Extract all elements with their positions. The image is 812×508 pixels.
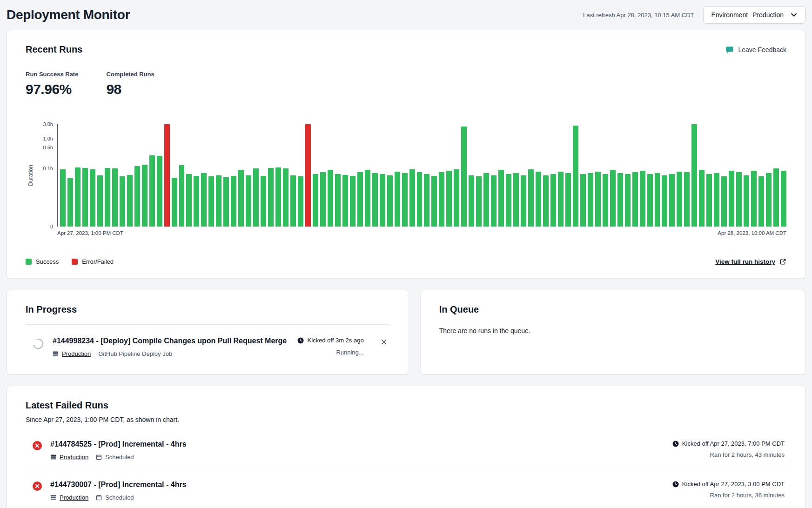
chart-bar-success[interactable] <box>342 175 348 227</box>
environment-link[interactable]: Production <box>50 494 88 501</box>
chart-bar-success[interactable] <box>454 169 459 227</box>
chart-bar-success[interactable] <box>558 172 564 227</box>
view-full-run-history-link[interactable]: View full run history <box>715 258 786 265</box>
chart-bar-success[interactable] <box>595 172 601 227</box>
chart-bar-success[interactable] <box>706 174 712 227</box>
chart-bar-success[interactable] <box>290 175 296 227</box>
chart-bar-success[interactable] <box>684 172 690 227</box>
chart-bar-success[interactable] <box>268 168 274 227</box>
chart-bar-success[interactable] <box>320 172 326 227</box>
chart-bar-success[interactable] <box>372 173 378 227</box>
chart-bar-success[interactable] <box>120 176 125 227</box>
chart-bar-success[interactable] <box>439 172 444 227</box>
chart-bar-success[interactable] <box>521 175 526 227</box>
chart-bar-success[interactable] <box>610 170 616 227</box>
chart-bar-success[interactable] <box>758 176 764 227</box>
chart-bar-success[interactable] <box>231 176 236 227</box>
chart-bar-success[interactable] <box>729 171 734 227</box>
chart-bar-success[interactable] <box>112 168 118 227</box>
chart-bar-success[interactable] <box>766 173 772 227</box>
chart-bar-success[interactable] <box>714 173 719 227</box>
environment-link[interactable]: Production <box>50 454 88 461</box>
chart-bar-success[interactable] <box>580 174 586 227</box>
chart-bar-success[interactable] <box>90 169 95 227</box>
chart-bar-success[interactable] <box>105 168 110 227</box>
chart-bar-success[interactable] <box>721 176 727 227</box>
chart-bar-success[interactable] <box>409 169 415 227</box>
chart-bar-success[interactable] <box>625 174 631 227</box>
chart-bar-success[interactable] <box>632 172 638 227</box>
chart-bar-success[interactable] <box>476 176 482 227</box>
chart-bar-success[interactable] <box>283 168 289 227</box>
chart-bar-failed[interactable] <box>305 124 311 227</box>
chart-bar-success[interactable] <box>365 170 370 227</box>
chart-bar-success[interactable] <box>469 175 474 227</box>
chart-bar-success[interactable] <box>736 172 742 227</box>
chart-bar-success[interactable] <box>208 176 214 227</box>
chart-bar-success[interactable] <box>157 156 162 227</box>
chart-bar-success[interactable] <box>617 173 623 227</box>
chart-bar-success[interactable] <box>194 176 199 227</box>
chart-bar-success[interactable] <box>357 172 363 227</box>
chart-bar-failed[interactable] <box>164 124 170 227</box>
chart-bar-success[interactable] <box>513 173 519 227</box>
chart-bar-success[interactable] <box>536 172 541 227</box>
chart-bar-success[interactable] <box>491 175 497 227</box>
chart-bar-success[interactable] <box>313 174 318 227</box>
chart-bar-success[interactable] <box>773 168 779 227</box>
chart-bar-success[interactable] <box>75 167 81 227</box>
environment-dropdown[interactable]: Environment Production <box>703 6 805 24</box>
chart-bar-success[interactable] <box>640 171 645 227</box>
chart-bar-success[interactable] <box>662 175 667 227</box>
chart-bar-success[interactable] <box>246 175 251 227</box>
close-icon[interactable] <box>380 338 388 348</box>
chart-bar-success[interactable] <box>647 174 653 227</box>
chart-bar-success[interactable] <box>461 127 467 227</box>
chart-bar-success[interactable] <box>699 170 705 227</box>
chart-bar-success[interactable] <box>134 166 140 227</box>
chart-bar-success[interactable] <box>97 175 103 227</box>
chart-bar-success[interactable] <box>588 173 593 227</box>
chart-bar-success[interactable] <box>172 178 177 227</box>
chart-bar-success[interactable] <box>431 176 437 227</box>
chart-bar-success[interactable] <box>82 168 88 227</box>
chart-bar-success[interactable] <box>298 176 303 227</box>
chart-bar-success[interactable] <box>142 165 148 227</box>
chart-bar-success[interactable] <box>179 165 185 227</box>
chart-bar-success[interactable] <box>328 170 333 227</box>
chart-bar-success[interactable] <box>350 176 356 227</box>
chart-bar-success[interactable] <box>781 171 786 227</box>
chart-bar-success[interactable] <box>275 167 281 227</box>
chart-bar-success[interactable] <box>186 174 192 227</box>
environment-link[interactable]: Production <box>53 350 91 357</box>
chart-bar-success[interactable] <box>201 173 207 227</box>
chart-bar-success[interactable] <box>573 126 578 227</box>
chart-bar-success[interactable] <box>395 172 400 227</box>
chart-bar-success[interactable] <box>67 178 73 227</box>
chart-bar-success[interactable] <box>424 174 429 227</box>
chart-bar-success[interactable] <box>498 170 504 227</box>
chart-bar-success[interactable] <box>751 171 757 227</box>
chart-bar-success[interactable] <box>335 174 341 227</box>
chart-bar-success[interactable] <box>446 171 452 227</box>
chart-bar-success[interactable] <box>238 170 244 227</box>
chart-bar-success[interactable] <box>744 175 749 227</box>
chart-bar-success[interactable] <box>253 168 259 227</box>
chart-bar-success[interactable] <box>677 172 682 227</box>
chart-bar-success[interactable] <box>528 169 534 227</box>
chart-bar-success[interactable] <box>691 124 697 227</box>
chart-bar-success[interactable] <box>127 175 133 227</box>
chart-bar-success[interactable] <box>550 174 556 227</box>
chart-bar-success[interactable] <box>387 175 393 227</box>
chart-bar-success[interactable] <box>149 155 155 227</box>
chart-bar-success[interactable] <box>483 173 489 227</box>
chart-bar-success[interactable] <box>603 174 608 227</box>
chart-bar-success[interactable] <box>655 173 660 227</box>
chart-bar-success[interactable] <box>223 177 229 227</box>
chart-bar-success[interactable] <box>565 173 571 227</box>
chart-bar-success[interactable] <box>669 174 675 227</box>
chart-bar-success[interactable] <box>60 169 66 227</box>
chart-bar-success[interactable] <box>417 172 423 227</box>
chart-bar-success[interactable] <box>506 174 511 227</box>
chart-bar-success[interactable] <box>261 176 266 227</box>
